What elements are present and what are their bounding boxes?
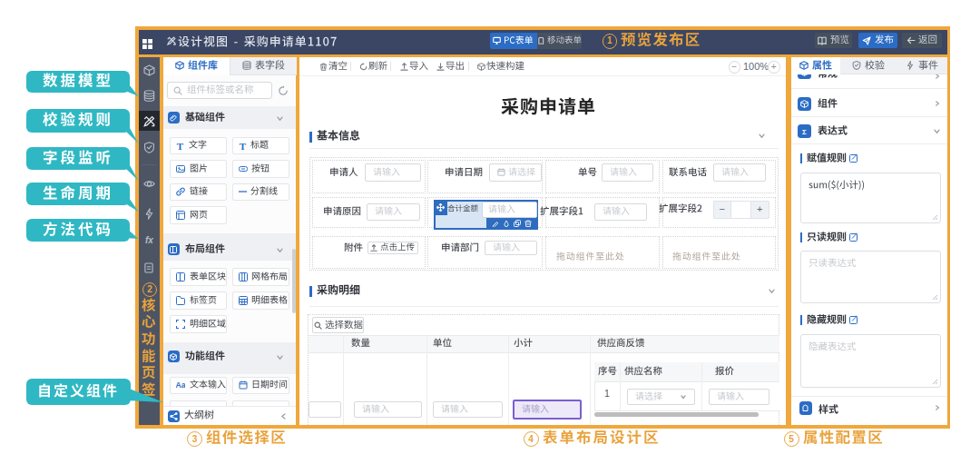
svg-text:Aa: Aa	[176, 380, 185, 390]
svg-text:Σ: Σ	[802, 127, 807, 135]
svg-text:fx: fx	[145, 235, 153, 245]
svg-text:T: T	[177, 141, 184, 151]
svg-text:T: T	[239, 141, 246, 151]
